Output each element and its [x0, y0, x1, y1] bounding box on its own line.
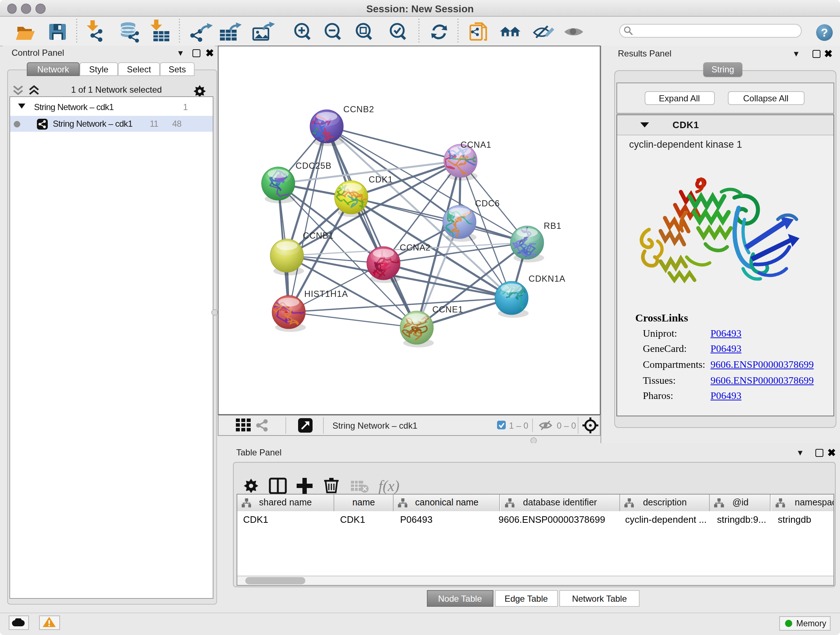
svg-text:HIST1H1A: HIST1H1A — [304, 289, 347, 299]
svg-text:CDC25B: CDC25B — [295, 161, 332, 171]
svg-text:?: ? — [821, 26, 828, 39]
svg-text:CDC6: CDC6 — [475, 198, 500, 208]
svg-text:CCNA1: CCNA1 — [460, 140, 491, 149]
svg-text:f(x): f(x) — [378, 478, 399, 494]
svg-text:CCNE1: CCNE1 — [432, 304, 463, 314]
svg-text:CDKN1A: CDKN1A — [528, 274, 565, 283]
svg-text:CCNB1: CCNB1 — [302, 231, 333, 241]
svg-text:RB1: RB1 — [543, 221, 561, 231]
svg-text:CCNB2: CCNB2 — [343, 104, 374, 114]
svg-text:CDK1: CDK1 — [368, 174, 393, 184]
svg-text:CCNA2: CCNA2 — [399, 242, 430, 252]
